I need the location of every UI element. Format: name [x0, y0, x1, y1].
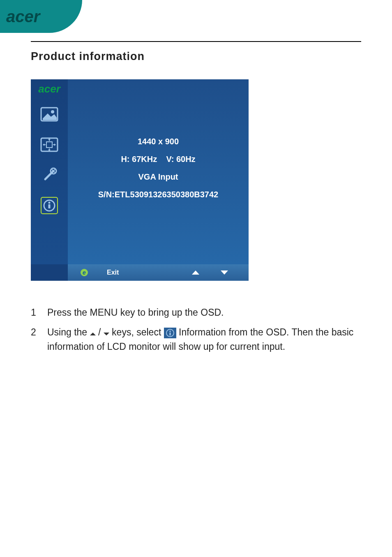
content-area: Product information acer 1440 x 9 — [31, 41, 361, 359]
down-key-icon — [104, 333, 109, 335]
step-text: Using the / keys, select Information fro… — [47, 325, 361, 354]
osd-footer: e Exit — [31, 264, 249, 281]
up-key-icon — [90, 333, 96, 335]
svg-point-12 — [169, 331, 171, 332]
info-icon[interactable] — [38, 194, 61, 217]
exit-button[interactable]: Exit — [107, 269, 119, 276]
step-number: 1 — [31, 305, 47, 320]
svg-rect-8 — [48, 204, 51, 208]
brand-logo: acer — [6, 7, 40, 26]
osd-hfreq: H: 67KHz — [121, 155, 157, 164]
header-tab: acer — [0, 0, 82, 33]
osd-brand-logo: acer — [38, 83, 60, 95]
picture-icon[interactable] — [38, 103, 61, 126]
osd-main-panel: 1440 x 900 H: 67KHz V: 60Hz VGA Input S/… — [68, 79, 249, 264]
inline-info-icon — [164, 328, 176, 338]
step-1: 1 Press the MENU key to bring up the OSD… — [31, 305, 361, 320]
osd-vfreq: V: 60Hz — [166, 155, 195, 164]
svg-rect-3 — [46, 142, 52, 148]
step-text: Press the MENU key to bring up the OSD. — [47, 305, 361, 320]
osd-input-type: VGA Input — [138, 172, 178, 182]
osd-serial: S/N:ETL53091326350380B3742 — [98, 190, 218, 199]
osd-panel: acer 1440 x 900 H: 67KHz — [31, 79, 249, 281]
step-2: 2 Using the / keys, select Information f… — [31, 325, 361, 354]
nav-down-button[interactable] — [221, 269, 228, 276]
nav-up-button[interactable] — [192, 269, 199, 276]
osd-sidebar: acer — [31, 79, 68, 264]
divider — [31, 41, 361, 42]
osd-resolution: 1440 x 900 — [138, 137, 179, 146]
svg-text:e: e — [83, 269, 86, 276]
position-icon[interactable] — [38, 133, 61, 156]
svg-point-1 — [51, 110, 54, 113]
settings-icon[interactable] — [38, 164, 61, 187]
svg-rect-13 — [169, 333, 171, 335]
osd-frequency: H: 67KHz V: 60Hz — [121, 155, 195, 164]
svg-point-7 — [48, 202, 51, 204]
instruction-list: 1 Press the MENU key to bring up the OSD… — [31, 305, 361, 354]
page-title: Product information — [31, 50, 361, 63]
e-color-icon[interactable]: e — [80, 268, 88, 277]
step-number: 2 — [31, 325, 47, 354]
